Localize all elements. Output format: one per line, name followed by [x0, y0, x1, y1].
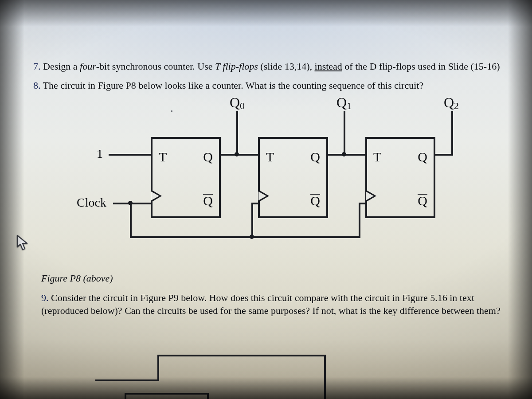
wire-clock-riser-2	[359, 203, 360, 238]
wire-one-to-t0	[109, 154, 151, 156]
q7-italic-tff: T flip-flops	[215, 61, 258, 72]
node-q0	[235, 152, 239, 156]
ff1-qbar-label: Q	[310, 193, 320, 208]
q8-text: The circuit in Figure P8 below looks lik…	[41, 80, 424, 91]
ff1-t-label: T	[266, 149, 274, 164]
label-q1: Q1	[336, 94, 352, 112]
q8-number: 8.	[33, 80, 41, 91]
node-clock-0	[128, 201, 133, 205]
wire-q0-up	[236, 111, 238, 156]
label-q0: Q0	[230, 94, 245, 112]
q7-text-d: of the D flip-flops used in Slide (15-16…	[342, 61, 500, 72]
wire-q1-up	[344, 111, 345, 156]
wire-clock-into-ff1	[251, 203, 259, 204]
cursor-pointer-icon	[16, 235, 29, 254]
wire-q2-out	[434, 154, 453, 156]
wire-clock-into-ff2	[359, 203, 366, 204]
node-clock-1	[250, 235, 254, 239]
ff0-t-label: T	[159, 149, 167, 164]
label-q2: Q2	[444, 94, 459, 112]
q7-underline-instead: instead	[315, 61, 342, 72]
ff2-t-label: T	[373, 149, 381, 164]
q7-italic-four: four	[80, 61, 96, 72]
question-9: 9. Consider the circuit in Figure P9 bel…	[41, 291, 505, 317]
figure-p9-partial	[157, 350, 344, 399]
flipflop-0: T Q Q	[151, 137, 221, 218]
ff0-q-label: Q	[203, 149, 213, 164]
wire-clock-bus	[130, 236, 360, 238]
ff0-qbar-label: Q	[203, 193, 213, 208]
q9-text: Consider the circuit in Figure P9 below.…	[41, 292, 501, 316]
ff0-clock-triangle-icon	[151, 190, 162, 202]
ff1-clock-triangle-icon	[258, 190, 269, 202]
q7-text-a: Design a	[41, 61, 80, 72]
flipflop-1: T Q Q	[258, 137, 328, 218]
question-7: 7. Design a four-bit synchronous counter…	[33, 60, 505, 73]
ff2-qbar-label: Q	[418, 193, 427, 208]
label-one: 1	[97, 147, 103, 161]
speck-icon	[171, 110, 172, 112]
ff1-q-label: Q	[310, 149, 320, 164]
wire-q0-to-t1	[219, 154, 260, 156]
wire-q1-to-t2	[326, 154, 367, 156]
flipflop-2: T Q Q	[365, 137, 435, 218]
ff2-clock-triangle-icon	[366, 190, 376, 202]
wire-clock-riser-1	[251, 203, 253, 238]
ff2-q-label: Q	[418, 149, 427, 164]
page-content: 7. Design a four-bit synchronous counter…	[33, 60, 505, 323]
figure-p8-diagram: Q0 Q1 Q2 1 Clock T Q Q T Q Q T Q Q	[51, 98, 472, 266]
q7-text-b: -bit synchronous counter. Use	[96, 61, 215, 72]
q7-text-c: (slide 13,14),	[258, 61, 315, 72]
wire-clock-down	[130, 203, 132, 238]
node-q1	[342, 152, 346, 156]
q9-number: 9.	[41, 292, 49, 303]
label-clock: Clock	[77, 196, 106, 210]
q7-number: 7.	[33, 61, 41, 72]
wire-q2-up	[451, 111, 453, 156]
question-8: 8. The circuit in Figure P8 below looks …	[33, 79, 505, 92]
figure-caption: Figure P8 (above)	[41, 273, 505, 284]
